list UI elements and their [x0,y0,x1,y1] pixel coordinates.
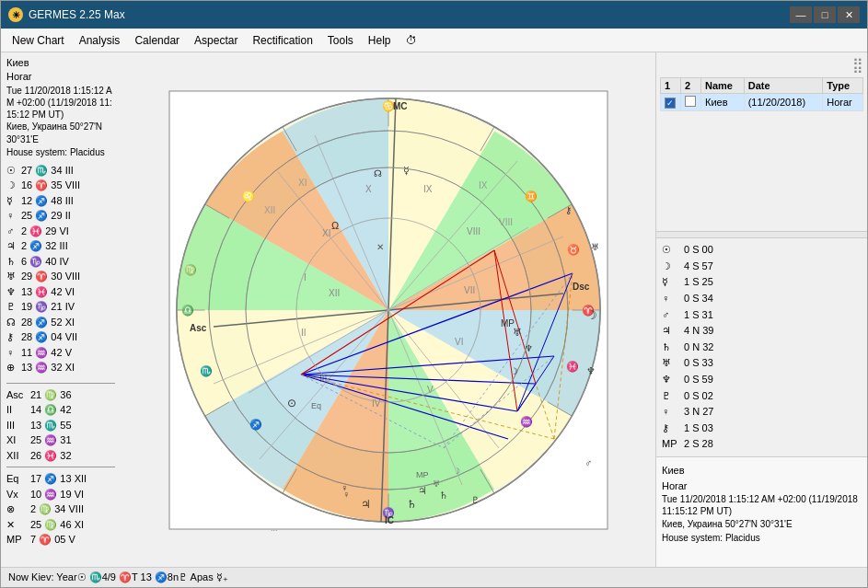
svg-text:MP: MP [416,470,429,479]
svg-text:♏: ♏ [200,364,213,377]
svg-text:♍: ♍ [184,263,197,276]
list-item: ⊗2 ♍ 34 VIII [6,502,115,517]
svg-text:XI: XI [322,228,330,238]
svg-text:☽: ☽ [453,467,460,476]
menu-rectification[interactable]: Rectification [245,32,319,49]
detail-city: Киев [662,463,862,478]
svg-text:☽: ☽ [510,366,518,376]
menu-analysis[interactable]: Analysis [72,32,128,49]
astrological-chart: ♈ ♉ ♊ ♋ ♌ ♍ ♎ ♏ ♐ ♑ ♒ ♓ [168,89,609,531]
chart-type-cell: Horar [823,94,863,111]
svg-text:Dsc: Dsc [573,282,590,292]
list-item: ✕25 ♍ 46 XI [6,517,115,533]
main-window: ☀ GERMES 2.25 Max — □ ✕ New Chart Analys… [0,0,868,588]
svg-text:⊙: ⊙ [287,397,296,409]
svg-text:♀: ♀ [342,489,350,500]
svg-text:IV: IV [372,398,381,409]
menu-calendar[interactable]: Calendar [127,32,187,49]
svg-text:Ω: Ω [331,220,339,231]
list-item: ⚷1 S 03 [662,421,862,437]
list-item: XII26 ♓ 32 [6,448,115,464]
col-date: Date [744,78,823,94]
svg-text:VIII: VIII [499,217,513,227]
list-item: ♃4 N 39 [662,323,862,340]
status-bar: Now Kiev: Year☉ ♏4/9 ♈T 13 ♐8n♇ Apas ☿₊ [1,567,867,587]
planet-positions-right: ☉0 S 00 ☽4 S 57 ☿1 S 25 ♀0 S 34 ♂1 S 31 … [656,238,867,456]
svg-text:♉: ♉ [567,243,580,256]
col-2: 2 [681,78,701,94]
status-text: Now Kiev: Year☉ ♏4/9 ♈T 13 ♐8n♇ Apas ☿₊ [8,571,228,583]
list-item: ♀11 ♒ 42 V [6,345,115,361]
window-title: GERMES 2.25 Max [29,8,125,21]
list-item: Asc21 ♍ 36 [6,387,115,403]
type-label: Horar [6,70,115,84]
detail-date: Tue 11/20/2018 1:15:12 AM +02:00 (11/19/… [662,493,862,517]
maximize-button[interactable]: □ [814,6,836,23]
panel-divider [656,231,867,238]
house-list: Asc21 ♍ 36 II14 ♎ 42 III13 ♏ 55 XI25 ♒ 3… [6,383,115,548]
menu-tools[interactable]: Tools [320,32,361,49]
svg-text:♅: ♅ [433,479,440,489]
checkbox-2[interactable] [685,96,696,107]
svg-text:✕: ✕ [376,242,384,252]
list-item: ⊕13 ♒ 32 XI [6,360,115,375]
list-item: ☽16 ♈ 35 VIII [6,178,115,193]
svg-text:X: X [365,184,372,194]
table-row[interactable]: ✓ Киев (11/20/2018) Horar [661,94,863,111]
date-label: Tue 11/20/2018 1:15:12 AM +02:00 (11/19/… [6,85,115,121]
list-item: ⚷28 ♐ 04 VII [6,329,115,345]
svg-text:VIII: VIII [467,226,480,236]
svg-text:XI: XI [298,178,307,188]
svg-text:MC: MC [393,101,408,111]
list-item: ☉27 ♏ 34 III [6,163,115,179]
svg-text:♒: ♒ [520,415,533,428]
svg-text:☊: ☊ [374,168,382,179]
svg-text:IX: IX [479,180,488,190]
detail-type: Horar [662,478,862,494]
list-item: ♂1 S 31 [662,307,862,324]
house-system-label: House system: Placidus [6,146,115,159]
content-area: Киев Horar Tue 11/20/2018 1:15:12 AM +02… [1,52,867,567]
svg-text:VII: VII [464,285,475,295]
title-bar: ☀ GERMES 2.25 Max — □ ✕ [1,1,867,29]
list-item: ☽4 S 57 [662,259,862,275]
list-item: ♄0 N 32 [662,340,862,356]
close-button[interactable]: ✕ [838,6,860,23]
list-item: ♅0 S 33 [662,355,862,372]
list-item: ♀3 N 27 [662,404,862,421]
checkbox-col-1[interactable]: ✓ [661,94,681,111]
list-item: ♂2 ♓ 29 VI [6,224,115,239]
list-item: XI25 ♒ 31 [6,432,115,448]
svg-text:MP: MP [501,318,515,329]
svg-text:♂: ♂ [584,457,592,468]
checkbox-col-2[interactable] [681,94,701,111]
planet-list: ☉27 ♏ 34 III ☽16 ♈ 35 VIII ☿12 ♐ 48 III … [6,163,115,375]
chart-panel: ♈ ♉ ♊ ♋ ♌ ♍ ♎ ♏ ♐ ♑ ♒ ♓ [121,52,655,567]
svg-text:III: III [271,528,278,531]
list-item: ☿12 ♐ 48 III [6,193,115,209]
menu-clock[interactable]: ⏱ [399,32,424,49]
svg-text:Eq: Eq [311,401,321,410]
chart-info: Киев Horar Tue 11/20/2018 1:15:12 AM +02… [6,56,115,159]
svg-text:♊: ♊ [525,190,538,202]
svg-text:☽: ☽ [586,308,597,322]
location-label: Киев, Украина 50°27'N 30°31'E [6,121,115,146]
svg-text:♅: ♅ [591,242,599,252]
svg-text:♄: ♄ [439,490,448,501]
list-item: ♆13 ♓ 42 VI [6,284,115,300]
window-controls: — □ ✕ [790,6,860,23]
svg-text:♃: ♃ [361,498,371,511]
list-item: ♀25 ♐ 29 II [6,208,115,224]
minimize-button[interactable]: — [790,6,812,23]
list-item: ☉0 S 00 [662,242,862,259]
menu-new-chart[interactable]: New Chart [5,32,72,49]
list-item: Eq17 ♐ 13 XII [6,471,115,487]
list-item: ♄6 ♑ 40 IV [6,254,115,270]
list-item: ♃2 ♐ 32 III [6,238,115,254]
svg-text:XII: XII [264,205,275,215]
col-type: Type [823,78,863,94]
checkbox-1[interactable]: ✓ [665,98,676,109]
menu-help[interactable]: Help [361,32,399,49]
menu-aspectar[interactable]: Aspectar [187,32,245,49]
list-item: ☊28 ♐ 52 XI [6,315,115,330]
